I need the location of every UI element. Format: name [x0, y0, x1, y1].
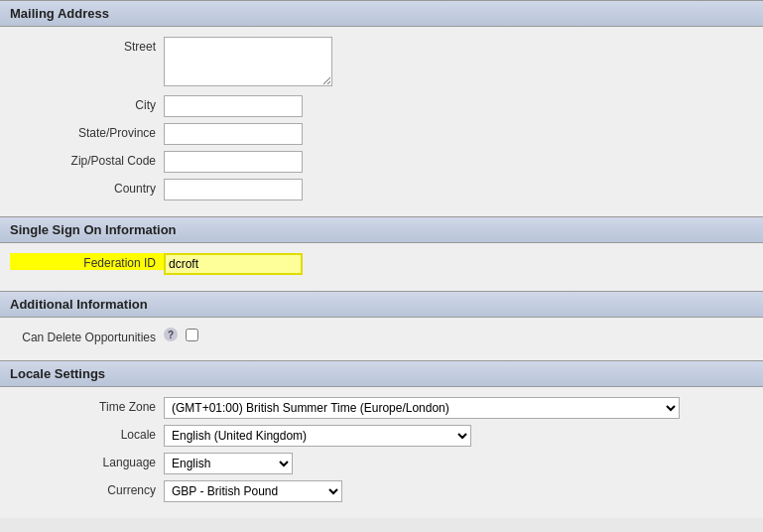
federation-id-label: Federation ID — [10, 253, 164, 270]
federation-id-row: Federation ID — [0, 253, 763, 275]
country-input[interactable] — [164, 179, 303, 200]
state-label: State/Province — [10, 123, 164, 140]
can-delete-label: Can Delete Opportunities — [10, 328, 164, 344]
additional-info-header: Additional Information — [0, 291, 763, 318]
additional-info-body: Can Delete Opportunities ? — [0, 318, 763, 360]
currency-label: Currency — [10, 480, 164, 497]
mailing-address-header: Mailing Address — [0, 0, 763, 27]
locale-row: Locale English (United Kingdom) — [0, 425, 763, 447]
sso-header: Single Sign On Information — [0, 216, 763, 243]
timezone-select[interactable]: (GMT+01:00) British Summer Time (Europe/… — [164, 397, 680, 419]
language-row: Language English — [0, 453, 763, 474]
street-input[interactable] — [164, 37, 332, 86]
locale-settings-title: Locale Settings — [10, 366, 105, 381]
locale-settings-header: Locale Settings — [0, 360, 763, 387]
mailing-address-body: Street City State/Province Zip/Postal Co… — [0, 27, 763, 216]
country-row: Country — [0, 179, 763, 200]
sso-section: Single Sign On Information Federation ID — [0, 216, 763, 291]
state-input[interactable] — [164, 123, 303, 145]
state-row: State/Province — [0, 123, 763, 145]
street-field-wrapper — [164, 37, 332, 89]
mailing-address-title: Mailing Address — [10, 6, 109, 21]
locale-settings-body: Time Zone (GMT+01:00) British Summer Tim… — [0, 387, 763, 518]
language-select[interactable]: English — [164, 453, 293, 474]
city-row: City — [0, 95, 763, 117]
can-delete-checkbox[interactable] — [186, 329, 198, 341]
help-icon[interactable]: ? — [164, 328, 178, 341]
zip-label: Zip/Postal Code — [10, 151, 164, 168]
page-container: Mailing Address Street City State/Provin… — [0, 0, 763, 532]
zip-row: Zip/Postal Code — [0, 151, 763, 173]
country-label: Country — [10, 179, 164, 196]
timezone-row: Time Zone (GMT+01:00) British Summer Tim… — [0, 397, 763, 419]
can-delete-row: Can Delete Opportunities ? — [0, 328, 763, 344]
additional-info-section: Additional Information Can Delete Opport… — [0, 291, 763, 360]
city-input[interactable] — [164, 95, 303, 117]
locale-settings-section: Locale Settings Time Zone (GMT+01:00) Br… — [0, 360, 763, 518]
zip-input[interactable] — [164, 151, 303, 173]
language-label: Language — [10, 453, 164, 469]
locale-label: Locale — [10, 425, 164, 442]
city-label: City — [10, 95, 164, 112]
mailing-address-section: Mailing Address Street City State/Provin… — [0, 0, 763, 216]
sso-body: Federation ID — [0, 243, 763, 291]
sso-title: Single Sign On Information — [10, 222, 177, 237]
street-label: Street — [10, 37, 164, 54]
currency-select[interactable]: GBP - British Pound — [164, 480, 342, 502]
locale-select[interactable]: English (United Kingdom) — [164, 425, 471, 447]
federation-id-input[interactable] — [164, 253, 303, 275]
can-delete-controls: ? — [164, 328, 198, 341]
timezone-label: Time Zone — [10, 397, 164, 414]
currency-row: Currency GBP - British Pound — [0, 480, 763, 502]
additional-info-title: Additional Information — [10, 297, 148, 312]
street-row: Street — [0, 37, 763, 89]
